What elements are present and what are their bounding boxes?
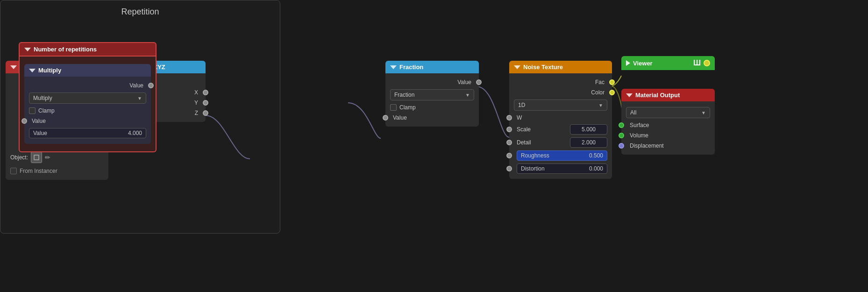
fraction-operation-dropdown[interactable]: Fraction ▼ (390, 89, 474, 100)
distortion-field[interactable]: Distortion 0.000 (517, 164, 607, 174)
multiply-input-socket (21, 118, 27, 124)
repetition-group: Repetition Number of repetitions Multipl… (0, 0, 280, 234)
noise-title: Noise Texture (523, 64, 563, 71)
multiply-operation-dropdown[interactable]: Multiply ▼ (29, 93, 146, 104)
multiply-collapse[interactable] (29, 69, 36, 72)
detail-label: Detail (517, 139, 531, 146)
multiply-value-field-label: Value (33, 130, 47, 136)
y-output-socket (203, 100, 208, 106)
viewer-node: Viewer Ш (621, 56, 715, 70)
detail-socket (506, 140, 512, 145)
from-instancer-row: From Instancer (6, 166, 108, 176)
multiply-operation-label: Multiply (33, 95, 52, 101)
eyedropper-icon[interactable]: ✏ (45, 154, 50, 161)
dimension-dropdown-arrow: ▼ (598, 103, 603, 108)
repetition-title: Repetition (0, 0, 280, 23)
fraction-operation-label: Fraction (394, 92, 414, 98)
num-reps-body: Multiply Value Multiply ▼ (19, 57, 157, 152)
surface-input-row: Surface (621, 120, 715, 130)
multiply-dropdown-row: Multiply ▼ (24, 91, 151, 106)
fraction-value-input-label: Value (393, 114, 407, 121)
scale-socket (506, 127, 512, 132)
num-reps-header: Number of repetitions (19, 42, 157, 57)
scale-value[interactable]: 5.000 (570, 124, 607, 135)
num-reps-collapse[interactable] (24, 48, 31, 51)
volume-socket (619, 133, 624, 138)
color-socket (609, 90, 615, 95)
fraction-dropdown-row: Fraction ▼ (385, 87, 479, 102)
from-instancer-checkbox[interactable] (10, 168, 17, 174)
fraction-value-output-row: Value (385, 77, 479, 87)
fraction-clamp-row: Clamp (385, 102, 479, 113)
material-output-body: All ▼ Surface Volume Displacement (621, 101, 715, 155)
viewer-title: Viewer (633, 60, 653, 67)
all-dropdown[interactable]: All ▼ (626, 107, 710, 118)
volume-label: Volume (630, 132, 648, 139)
noise-texture-node: Noise Texture Fac Color 1D ▼ (509, 61, 612, 179)
fac-socket (609, 79, 615, 85)
detail-row: Detail 2.000 (509, 136, 612, 149)
fac-output-row: Fac (509, 77, 612, 87)
multiply-value-input-label: Value (32, 118, 46, 124)
dropdown-arrow: ▼ (137, 96, 142, 101)
multiply-value-field-value: 4.000 (128, 130, 142, 136)
z-output-label: Z (195, 110, 198, 116)
surface-socket (619, 122, 624, 128)
material-output-node: Material Output All ▼ Surface Volume (621, 89, 715, 155)
noise-collapse[interactable] (514, 65, 520, 69)
material-output-header: Material Output (621, 89, 715, 101)
multiply-header: Multiply (24, 64, 151, 77)
dimension-dropdown[interactable]: 1D ▼ (514, 100, 607, 111)
color-output-row: Color (509, 87, 612, 98)
clamp-row: Clamp (24, 106, 151, 116)
multiply-value-input-row: Value (24, 116, 151, 126)
num-reps-title: Number of repetitions (34, 46, 97, 53)
dimension-dropdown-row: 1D ▼ (509, 98, 612, 113)
color-label: Color (591, 89, 605, 96)
viewer-icon: Ш (693, 59, 701, 67)
material-output-title: Material Output (635, 92, 680, 99)
svg-rect-0 (34, 155, 39, 160)
y-output-label: Y (194, 100, 198, 106)
scale-label: Scale (517, 126, 531, 133)
multiply-num-field-row: Value 4.000 (24, 126, 151, 140)
clamp-checkbox[interactable] (29, 107, 36, 114)
viewer-expand[interactable] (626, 60, 630, 66)
viewer-header: Viewer Ш (621, 56, 715, 70)
material-output-collapse[interactable] (626, 93, 633, 97)
fraction-collapse[interactable] (390, 65, 397, 69)
displacement-input-row: Displacement (621, 141, 715, 151)
z-output-socket (203, 110, 208, 116)
object-icon[interactable] (31, 152, 42, 163)
from-instancer-label: From Instancer (20, 168, 57, 174)
multiply-node-container: Multiply Value Multiply ▼ (24, 64, 151, 144)
displacement-label: Displacement (630, 142, 664, 149)
distortion-row: Distortion 0.000 (509, 162, 612, 175)
multiply-value-output-label: Value (129, 82, 143, 89)
multiply-output-socket (148, 83, 154, 88)
distortion-label: Distortion (521, 165, 545, 172)
fraction-node: Fraction Value Fraction ▼ Clamp (385, 61, 479, 127)
all-dropdown-row: All ▼ (621, 105, 715, 120)
fraction-output-socket (476, 79, 482, 85)
multiply-value-output-row: Value (24, 80, 151, 91)
collapse-triangle[interactable] (10, 65, 17, 69)
distortion-value: 0.000 (589, 165, 603, 172)
fraction-clamp-label: Clamp (399, 104, 416, 111)
multiply-title: Multiply (38, 67, 61, 74)
detail-value[interactable]: 2.000 (570, 137, 607, 148)
noise-body: Fac Color 1D ▼ W S (509, 73, 612, 179)
volume-input-row: Volume (621, 130, 715, 141)
fraction-value-input-row: Value (385, 113, 479, 123)
fraction-clamp-checkbox[interactable] (390, 104, 397, 111)
fraction-value-output-label: Value (457, 79, 471, 85)
x-output-socket (203, 90, 208, 95)
distortion-socket (506, 166, 512, 171)
object-field-label: Object: (10, 154, 28, 161)
roughness-field[interactable]: Roughness 0.500 (517, 150, 607, 161)
dimension-label: 1D (518, 102, 525, 108)
fraction-body: Value Fraction ▼ Clamp Value (385, 73, 479, 127)
multiply-value-field[interactable]: Value 4.000 (29, 128, 146, 138)
fraction-title: Fraction (399, 64, 423, 71)
fraction-header: Fraction (385, 61, 479, 73)
